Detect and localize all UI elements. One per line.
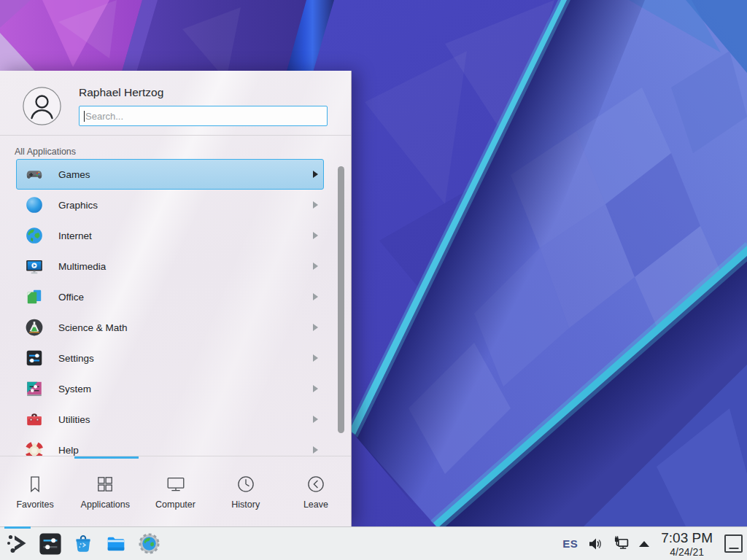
- discover-button[interactable]: [71, 527, 95, 560]
- category-settings[interactable]: Settings: [16, 343, 324, 373]
- application-launcher-menu: Raphael Hertzog Search... All Applicatio…: [0, 71, 352, 526]
- category-science-math[interactable]: Science & Math: [16, 312, 324, 343]
- category-label: Graphics: [58, 200, 98, 211]
- system-settings-icon: [39, 532, 62, 556]
- category-label: System: [58, 384, 91, 394]
- submenu-arrow-icon: [313, 293, 318, 300]
- help-icon: [25, 440, 44, 456]
- volume-icon[interactable]: [587, 536, 603, 552]
- office-icon: [25, 287, 44, 306]
- games-icon: [25, 165, 44, 184]
- multimedia-icon: [25, 257, 44, 276]
- dolphin-folder-icon: [104, 532, 128, 556]
- file-manager-button[interactable]: [104, 527, 128, 560]
- application-launcher-button[interactable]: [4, 527, 31, 560]
- discover-bag-icon: [71, 532, 95, 556]
- show-desktop-button[interactable]: [724, 534, 743, 553]
- science-icon: [25, 318, 44, 337]
- internet-icon: [25, 226, 44, 245]
- submenu-arrow-icon: [313, 446, 318, 454]
- tab-history[interactable]: History: [211, 456, 281, 526]
- system-settings-button[interactable]: [39, 527, 62, 560]
- tab-label: Favorites: [16, 499, 53, 510]
- user-name: Raphael Hertzog: [79, 86, 163, 99]
- utilities-icon: [25, 410, 44, 429]
- network-icon[interactable]: [613, 535, 630, 552]
- browser-button[interactable]: [138, 527, 160, 560]
- desktop: Raphael Hertzog Search... All Applicatio…: [0, 0, 747, 560]
- category-label: Utilities: [58, 414, 90, 425]
- category-help[interactable]: Help: [16, 435, 324, 456]
- system-tray: ES 7:03 PM 4/24/21: [562, 527, 747, 560]
- section-label: All Applications: [15, 147, 76, 157]
- category-system[interactable]: System: [16, 373, 324, 404]
- tab-label: Applications: [81, 499, 130, 510]
- text-cursor: [84, 111, 85, 122]
- category-label: Internet: [58, 230, 92, 241]
- submenu-arrow-icon: [313, 232, 318, 239]
- settings-icon: [25, 349, 44, 368]
- category-label: Help: [58, 445, 79, 456]
- category-internet[interactable]: Internet: [16, 220, 324, 251]
- tab-applications[interactable]: Applications: [70, 456, 140, 526]
- search-placeholder: Search...: [85, 111, 123, 122]
- tab-label: Leave: [303, 499, 328, 510]
- category-label: Office: [58, 292, 84, 303]
- keyboard-layout-indicator[interactable]: ES: [562, 537, 578, 550]
- launcher-header: Raphael Hertzog Search...: [0, 71, 351, 136]
- tab-favorites[interactable]: Favorites: [0, 456, 70, 526]
- tab-label: Computer: [155, 499, 196, 510]
- taskbar-launchers: [0, 527, 160, 560]
- tab-computer[interactable]: Computer: [140, 456, 210, 526]
- submenu-arrow-icon: [313, 354, 318, 362]
- favorites-icon: [24, 473, 46, 495]
- digital-clock[interactable]: 7:03 PM 4/24/21: [661, 531, 713, 557]
- category-multimedia[interactable]: Multimedia: [16, 251, 324, 281]
- category-label: Science & Math: [58, 322, 128, 333]
- computer-icon: [165, 473, 187, 495]
- taskbar: ES 7:03 PM 4/24/21: [0, 526, 747, 560]
- leave-icon: [305, 473, 327, 495]
- category-utilities[interactable]: Utilities: [16, 404, 324, 435]
- submenu-arrow-icon: [313, 262, 318, 270]
- active-task-indicator: [4, 526, 31, 529]
- history-icon: [235, 473, 257, 495]
- category-label: Games: [58, 169, 90, 180]
- submenu-arrow-icon: [313, 171, 318, 178]
- user-avatar-icon[interactable]: [23, 87, 61, 125]
- submenu-arrow-icon: [313, 324, 318, 331]
- launcher-tab-bar: Favorites Applications Computer: [0, 456, 351, 526]
- category-list: Games Graphics: [0, 159, 351, 456]
- system-icon: [25, 379, 44, 398]
- expand-tray-icon[interactable]: [639, 541, 649, 547]
- submenu-arrow-icon: [313, 385, 318, 392]
- category-graphics[interactable]: Graphics: [16, 190, 324, 220]
- graphics-icon: [25, 195, 44, 214]
- applications-icon: [94, 473, 116, 495]
- category-label: Multimedia: [58, 261, 106, 272]
- tab-leave[interactable]: Leave: [281, 456, 351, 526]
- konqueror-globe-icon: [138, 532, 160, 555]
- clock-time: 7:03 PM: [661, 531, 713, 545]
- submenu-arrow-icon: [313, 201, 318, 209]
- tab-label: History: [231, 499, 260, 510]
- search-input[interactable]: Search...: [79, 106, 328, 126]
- scrollbar[interactable]: [338, 166, 344, 433]
- kde-launcher-icon: [5, 532, 30, 556]
- category-games[interactable]: Games: [16, 159, 324, 190]
- category-office[interactable]: Office: [16, 281, 324, 312]
- clock-date: 4/24/21: [661, 547, 713, 557]
- active-tab-indicator: [74, 456, 139, 459]
- category-label: Settings: [58, 353, 94, 364]
- submenu-arrow-icon: [313, 416, 318, 423]
